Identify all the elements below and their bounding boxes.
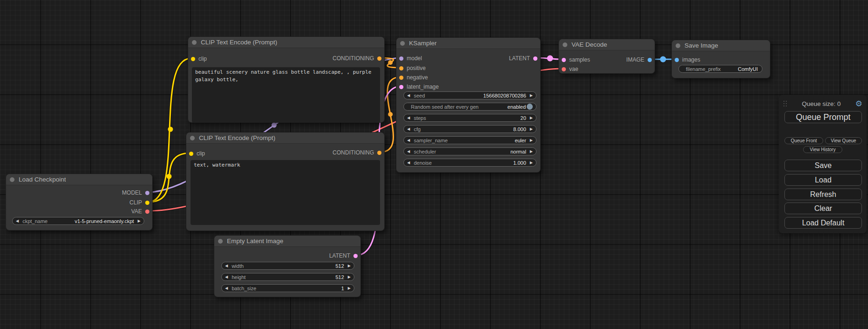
node-title-bar[interactable]: CLIP Text Encode (Prompt) — [186, 133, 384, 144]
filename-prefix-widget[interactable]: filename_prefix ComfyUI — [678, 65, 762, 73]
refresh-button[interactable]: Refresh — [784, 189, 862, 200]
vae-port-dot[interactable] — [145, 210, 149, 214]
input-port-vae[interactable]: vae — [562, 64, 578, 74]
latent-port-dot[interactable] — [562, 58, 566, 62]
decrement-arrow-icon[interactable]: ◀ — [407, 150, 410, 154]
link-dot[interactable] — [167, 174, 172, 179]
settings-gear-icon[interactable]: ⚙ — [855, 100, 862, 108]
output-port-conditioning[interactable]: CONDITIONING — [332, 54, 381, 63]
link-dot[interactable] — [272, 123, 277, 128]
model-port-dot[interactable] — [145, 191, 149, 195]
denoise-number-widget[interactable]: ◀ denoise 1.000 ▶ — [403, 159, 536, 167]
link-dot[interactable] — [660, 56, 666, 63]
collapse-dot-icon[interactable] — [563, 42, 567, 47]
node-title-bar[interactable]: CLIP Text Encode (Prompt) — [188, 37, 384, 48]
conditioning-port-dot[interactable] — [377, 56, 381, 61]
latent-port-dot[interactable] — [353, 254, 358, 258]
node-title-bar[interactable]: Empty Latent Image — [214, 236, 360, 247]
load-default-button[interactable]: Load Default — [784, 217, 862, 229]
collapse-dot-icon[interactable] — [400, 41, 405, 46]
seed-number-widget[interactable]: ◀ seed 156680208700286 ▶ — [403, 91, 536, 99]
decrement-arrow-icon[interactable]: ◀ — [225, 275, 228, 279]
prompt-text-area[interactable]: beautiful scenery nature glass bottle la… — [192, 67, 380, 123]
increment-arrow-icon[interactable]: ▶ — [530, 116, 533, 120]
node-save-image[interactable]: Save Image images filename_prefix ComfyU… — [671, 40, 770, 78]
input-port-samples[interactable]: samples — [562, 55, 590, 64]
vae-port-dot[interactable] — [562, 67, 566, 71]
node-vae-decode[interactable]: VAE Decode samples vae IMAGE — [558, 39, 655, 74]
clear-button[interactable]: Clear — [784, 203, 862, 214]
height-number-widget[interactable]: ◀ height 512 ▶ — [221, 273, 354, 281]
increment-arrow-icon[interactable]: ▶ — [530, 150, 533, 154]
node-empty-latent-image[interactable]: Empty Latent Image LATENT ◀ width 512 ▶ … — [214, 235, 361, 297]
queue-prompt-button[interactable]: Queue Prompt — [784, 111, 862, 123]
output-port-clip[interactable]: CLIP — [129, 198, 149, 207]
collapse-dot-icon[interactable] — [676, 43, 680, 48]
input-port-latent-image[interactable]: latent_image — [399, 82, 439, 91]
toggle-knob-icon[interactable] — [527, 104, 533, 110]
load-button[interactable]: Load — [784, 174, 862, 186]
cfg-number-widget[interactable]: ◀ cfg 8.000 ▶ — [403, 125, 536, 133]
latent-port-dot[interactable] — [533, 56, 537, 61]
increment-arrow-icon[interactable]: ▶ — [348, 264, 351, 268]
input-port-images[interactable]: images — [675, 55, 700, 64]
input-port-positive[interactable]: positive — [399, 63, 426, 73]
increment-arrow-icon[interactable]: ▶ — [530, 161, 533, 165]
output-port-latent[interactable]: LATENT — [509, 54, 537, 63]
image-port-dot[interactable] — [675, 58, 679, 62]
input-port-clip[interactable]: clip — [191, 54, 207, 63]
node-clip-text-encode-positive[interactable]: CLIP Text Encode (Prompt) clip CONDITION… — [188, 36, 385, 123]
conditioning-port-dot[interactable] — [399, 66, 403, 70]
collapse-dot-icon[interactable] — [190, 136, 195, 140]
collapse-dot-icon[interactable] — [192, 40, 197, 45]
comfyui-canvas[interactable]: { "colors": { "model": "#B39DDB", "clip"… — [0, 0, 868, 329]
increment-arrow-icon[interactable]: ▶ — [348, 287, 351, 290]
node-title-bar[interactable]: Load Checkpoint — [6, 174, 152, 185]
drag-handle-icon[interactable] — [783, 101, 787, 107]
decrement-arrow-icon[interactable]: ◀ — [407, 161, 410, 165]
increment-arrow-icon[interactable]: ▶ — [530, 139, 533, 142]
output-port-model[interactable]: MODEL — [122, 188, 149, 197]
decrement-arrow-icon[interactable]: ◀ — [407, 127, 410, 131]
node-title-bar[interactable]: VAE Decode — [559, 39, 655, 50]
node-clip-text-encode-negative[interactable]: CLIP Text Encode (Prompt) clip CONDITION… — [186, 132, 385, 231]
model-port-dot[interactable] — [399, 56, 403, 61]
batch-size-number-widget[interactable]: ◀ batch_size 1 ▶ — [221, 284, 354, 292]
increment-arrow-icon[interactable]: ▶ — [530, 127, 533, 131]
output-port-conditioning[interactable]: CONDITIONING — [332, 148, 381, 157]
collapse-dot-icon[interactable] — [218, 239, 223, 244]
clip-port-dot[interactable] — [191, 57, 195, 61]
link-dot[interactable] — [547, 56, 553, 62]
decrement-arrow-icon[interactable]: ◀ — [407, 116, 410, 120]
queue-front-button[interactable]: Queue Front — [784, 137, 823, 144]
input-port-model[interactable]: model — [399, 54, 422, 63]
save-button[interactable]: Save — [784, 160, 862, 171]
conditioning-port-dot[interactable] — [399, 76, 403, 80]
random-seed-toggle-widget[interactable]: Random seed after every gen enabled — [403, 103, 536, 111]
node-title-bar[interactable]: Save Image — [672, 40, 770, 51]
link-dot[interactable] — [388, 60, 393, 65]
decrement-arrow-icon[interactable]: ◀ — [225, 287, 228, 290]
collapse-dot-icon[interactable] — [10, 177, 14, 182]
scheduler-combo-widget[interactable]: ◀ scheduler normal ▶ — [403, 147, 536, 155]
image-port-dot[interactable] — [648, 58, 652, 62]
link-dot[interactable] — [388, 112, 393, 117]
ckpt-name-combo-widget[interactable]: ◀ ckpt_name v1-5-pruned-emaonly.ckpt ▶ — [12, 217, 144, 225]
prompt-text-area[interactable]: text, watermark — [191, 160, 380, 225]
increment-arrow-icon[interactable]: ▶ — [530, 94, 533, 98]
width-number-widget[interactable]: ◀ width 512 ▶ — [221, 262, 354, 270]
view-history-button[interactable]: View History — [803, 146, 842, 153]
link-dot[interactable] — [168, 127, 173, 132]
output-port-image[interactable]: IMAGE — [626, 55, 652, 64]
conditioning-port-dot[interactable] — [377, 151, 381, 155]
node-title-bar[interactable]: KSampler — [396, 38, 540, 49]
increment-arrow-icon[interactable]: ▶ — [348, 275, 351, 279]
node-load-checkpoint[interactable]: Load Checkpoint MODEL CLIP VAE ◀ ckpt_na… — [6, 174, 153, 231]
increment-arrow-icon[interactable]: ▶ — [138, 219, 141, 223]
output-port-latent[interactable]: LATENT — [329, 251, 358, 260]
view-queue-button[interactable]: View Queue — [825, 137, 862, 144]
sampler-name-combo-widget[interactable]: ◀ sampler_name euler ▶ — [403, 136, 536, 144]
node-ksampler[interactable]: KSampler model positive negative latent_… — [396, 37, 541, 173]
decrement-arrow-icon[interactable]: ◀ — [407, 94, 410, 98]
decrement-arrow-icon[interactable]: ◀ — [16, 219, 19, 223]
